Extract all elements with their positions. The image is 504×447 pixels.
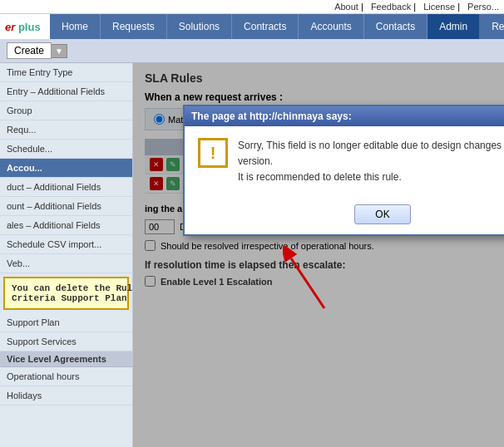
dialog-box: The page at http://chinmaya says: ✕ ! So… — [183, 105, 504, 236]
nav-requests[interactable]: Requests — [101, 14, 167, 39]
sidebar-item-requ[interactable]: Requ... — [0, 120, 132, 140]
sidebar-item-time-entry-type[interactable]: Time Entry Type — [0, 63, 132, 82]
perso-link[interactable]: Perso... — [467, 2, 499, 12]
sidebar-item-group[interactable]: Group — [0, 101, 132, 120]
sidebar-item-holidays[interactable]: Holidays — [0, 386, 132, 405]
dialog-title: The page at http://chinmaya says: — [191, 111, 352, 122]
sidebar-item-veb[interactable]: Veb... — [0, 254, 132, 273]
sub-header: Create ▼ — [0, 39, 504, 63]
nav-contracts[interactable]: Contracts — [232, 14, 299, 39]
dialog-message-line1: Sorry, This field is no longer editable … — [238, 138, 504, 169]
ok-button[interactable]: OK — [354, 204, 410, 224]
sidebar-item-duct[interactable]: duct – Additional Fields — [0, 178, 132, 197]
sidebar-item-support-plan[interactable]: Support Plan — [0, 313, 132, 332]
sidebar-item-ales[interactable]: ales – Additional Fields — [0, 216, 132, 235]
dialog-message: Sorry, This field is no longer editable … — [238, 138, 504, 186]
sidebar-item-acou[interactable]: Accou... — [0, 159, 132, 178]
license-link[interactable]: License — [423, 2, 455, 12]
create-dropdown-arrow[interactable]: ▼ — [52, 44, 67, 58]
nav-bar: er plus Home Requests Solutions Contract… — [0, 14, 504, 39]
nav-logo: er plus — [0, 14, 50, 39]
sidebar-item-schedule[interactable]: Schedule... — [0, 140, 132, 159]
sidebar-item-operational-hours[interactable]: Operational hours — [0, 367, 132, 386]
nav-contacts[interactable]: Contacts — [364, 14, 427, 39]
dialog-footer: OK — [185, 198, 504, 234]
main-content: SLA Rules When a new request arrives : M… — [133, 63, 504, 447]
red-arrow-annotation — [283, 246, 333, 312]
nav-admin[interactable]: Admin — [427, 14, 480, 39]
tooltip-rules: You can delete the Rules with Criteria S… — [3, 277, 129, 310]
create-label: Create — [7, 42, 52, 59]
main-layout: Time Entry Type Entry – Additional Field… — [0, 63, 504, 447]
dialog-title-bar: The page at http://chinmaya says: ✕ — [185, 106, 504, 126]
sidebar-item-csv[interactable]: Schedule CSV import... — [0, 235, 132, 254]
sidebar-item-ount[interactable]: ount – Additional Fields — [0, 197, 132, 216]
svg-line-1 — [291, 258, 324, 308]
dialog-body: ! Sorry, This field is no longer editabl… — [185, 126, 504, 198]
sidebar-section-sla: Vice Level Agreements — [0, 351, 132, 367]
feedback-link[interactable]: Feedback — [371, 2, 411, 12]
nav-rep[interactable]: Rep — [480, 14, 504, 39]
dialog-message-line2: It is recommended to delete this rule. — [238, 169, 504, 185]
nav-solutions[interactable]: Solutions — [167, 14, 232, 39]
sidebar-item-support-services[interactable]: Support Services — [0, 332, 132, 351]
sidebar-item-entry-additional[interactable]: Entry – Additional Fields — [0, 82, 132, 101]
nav-accounts[interactable]: Accounts — [299, 14, 363, 39]
top-bar: About | Feedback | License | Perso... — [0, 0, 504, 14]
warning-icon: ! — [198, 138, 228, 168]
about-link[interactable]: About — [334, 2, 358, 12]
nav-home[interactable]: Home — [50, 14, 101, 39]
sidebar: Time Entry Type Entry – Additional Field… — [0, 63, 133, 447]
